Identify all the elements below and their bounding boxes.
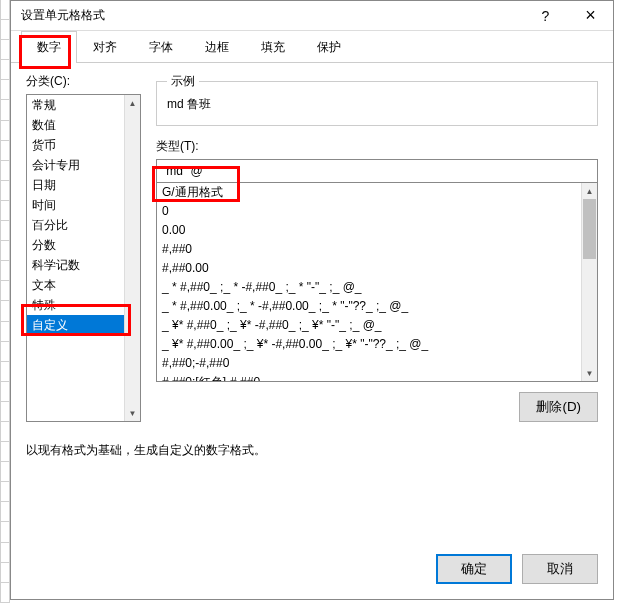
close-button[interactable]: × (568, 1, 613, 31)
category-scrollbar[interactable]: ▲ ▼ (124, 95, 140, 421)
format-item[interactable]: 0 (157, 202, 597, 221)
footer: 确定 取消 (11, 542, 613, 599)
right-panel: 示例 md 鲁班 类型(T): G/通用格式00.00#,##0#,##0.00… (156, 73, 598, 422)
format-item[interactable]: _ * #,##0_ ;_ * -#,##0_ ;_ * "-"_ ;_ @_ (157, 278, 597, 297)
help-button[interactable]: ? (523, 1, 568, 31)
scroll-thumb[interactable] (583, 199, 596, 259)
hint-text: 以现有格式为基础，生成自定义的数字格式。 (26, 442, 598, 459)
scroll-up-icon[interactable]: ▲ (125, 95, 140, 111)
tab-1[interactable]: 对齐 (77, 31, 133, 63)
format-item[interactable]: _ ¥* #,##0_ ;_ ¥* -#,##0_ ;_ ¥* "-"_ ;_ … (157, 316, 597, 335)
content: 分类(C): 常规数值货币会计专用日期时间百分比分数科学记数文本特殊自定义 ▲ … (11, 63, 613, 432)
format-item[interactable]: #,##0;[红色]-#,##0 (157, 373, 597, 382)
category-panel: 分类(C): 常规数值货币会计专用日期时间百分比分数科学记数文本特殊自定义 ▲ … (26, 73, 141, 422)
delete-row: 删除(D) (156, 392, 598, 422)
type-label: 类型(T): (156, 138, 598, 155)
cancel-button[interactable]: 取消 (522, 554, 598, 584)
format-item[interactable]: 0.00 (157, 221, 597, 240)
tabs: 数字对齐字体边框填充保护 (11, 31, 613, 63)
scroll-track[interactable] (125, 111, 140, 405)
format-scrollbar[interactable]: ▲ ▼ (581, 183, 597, 381)
format-item[interactable]: G/通用格式 (157, 183, 597, 202)
format-item[interactable]: #,##0 (157, 240, 597, 259)
dialog-title: 设置单元格格式 (21, 7, 523, 24)
example-box: 示例 md 鲁班 (156, 73, 598, 126)
example-label: 示例 (167, 73, 199, 90)
ok-button[interactable]: 确定 (436, 554, 512, 584)
tab-4[interactable]: 填充 (245, 31, 301, 63)
spreadsheet-rows-sliver (0, 0, 10, 603)
category-list[interactable]: 常规数值货币会计专用日期时间百分比分数科学记数文本特殊自定义 ▲ ▼ (26, 94, 141, 422)
scroll-up-icon[interactable]: ▲ (582, 183, 597, 199)
tab-2[interactable]: 字体 (133, 31, 189, 63)
example-value: md 鲁班 (167, 96, 587, 113)
tab-5[interactable]: 保护 (301, 31, 357, 63)
format-cells-dialog: 设置单元格格式 ? × 数字对齐字体边框填充保护 分类(C): 常规数值货币会计… (10, 0, 614, 600)
scroll-track[interactable] (582, 199, 597, 365)
format-item[interactable]: _ * #,##0.00_ ;_ * -#,##0.00_ ;_ * "-"??… (157, 297, 597, 316)
format-item[interactable]: #,##0;-#,##0 (157, 354, 597, 373)
scroll-down-icon[interactable]: ▼ (125, 405, 140, 421)
format-item[interactable]: _ ¥* #,##0.00_ ;_ ¥* -#,##0.00_ ;_ ¥* "-… (157, 335, 597, 354)
format-list[interactable]: G/通用格式00.00#,##0#,##0.00_ * #,##0_ ;_ * … (156, 182, 598, 382)
format-item[interactable]: #,##0.00 (157, 259, 597, 278)
delete-button[interactable]: 删除(D) (519, 392, 598, 422)
titlebar: 设置单元格格式 ? × (11, 1, 613, 31)
category-label: 分类(C): (26, 73, 141, 90)
type-input[interactable] (156, 159, 598, 183)
tab-0[interactable]: 数字 (21, 31, 77, 63)
tab-3[interactable]: 边框 (189, 31, 245, 63)
scroll-down-icon[interactable]: ▼ (582, 365, 597, 381)
